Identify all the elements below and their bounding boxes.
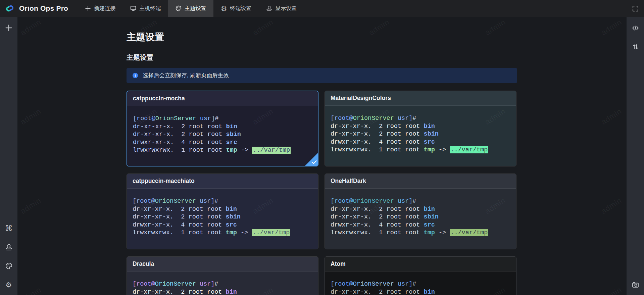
terminal-line: dr-xr-xr-x. 2 root root bin — [133, 205, 312, 213]
tab-host-terminal[interactable]: 主机终端 — [123, 0, 168, 17]
display-settings-button[interactable] — [4, 243, 13, 251]
theme-card-MaterialDesignColors[interactable]: MaterialDesignColors[root@OrionServer us… — [325, 91, 516, 166]
theme-card-Dracula[interactable]: Dracula[root@OrionServer usr]#dr-xr-xr-x… — [127, 256, 318, 295]
terminal-line: drwxr-xr-x. 4 root root src — [133, 221, 312, 229]
watermark-text: admin — [599, 107, 623, 127]
fullscreen-button[interactable] — [631, 4, 640, 13]
theme-card-OneHalfDark[interactable]: OneHalfDark[root@OrionServer usr]#dr-xr-… — [325, 174, 516, 249]
plus-icon — [5, 24, 12, 32]
code-icon — [632, 24, 639, 32]
theme-card-header: Atom — [325, 257, 516, 272]
theme-card-catppuccin-macchiato[interactable]: catppuccin-macchiato[root@OrionServer us… — [127, 174, 318, 249]
file-transfer-button[interactable] — [631, 42, 640, 51]
right-sidebar-bottom — [631, 280, 640, 289]
theme-card-header: catppuccin-macchiato — [127, 174, 318, 189]
watermark-text: admin — [19, 107, 43, 127]
theme-preview-terminal: [root@OrionServer usr]#dr-xr-xr-x. 2 roo… — [325, 272, 516, 295]
theme-card-header: catppuccin-mocha — [127, 91, 318, 106]
app-title: Orion Ops Pro — [19, 4, 68, 12]
theme-name: catppuccin-macchiato — [133, 178, 195, 185]
terminal-prompt-line: [root@OrionServer usr]# — [133, 115, 312, 123]
tab-label: 终端设置 — [230, 5, 251, 12]
terminal-prompt-line: [root@OrionServer usr]# — [331, 280, 510, 288]
palette-icon — [176, 5, 182, 11]
theme-name: catppuccin-mocha — [133, 95, 185, 102]
terminal-line: dr-xr-xr-x. 2 root root bin — [331, 122, 510, 131]
theme-grid: catppuccin-mocha[root@OrionServer usr]#d… — [127, 91, 517, 295]
topbar-actions — [631, 4, 644, 13]
theme-card-header: MaterialDesignColors — [325, 91, 516, 106]
terminal-line: drwxr-xr-x. 4 root root src — [133, 139, 312, 147]
tab-label: 新建连接 — [94, 5, 115, 12]
shortcut-keys-button[interactable]: ⌘ — [4, 224, 13, 233]
theme-settings-button[interactable] — [4, 261, 13, 270]
terminal-line: dr-xr-xr-x. 2 root root bin — [331, 288, 510, 295]
theme-name: Dracula — [133, 260, 154, 267]
terminal-line: lrwxrwxrwx. 1 root root tmp -> ../var/tm… — [331, 146, 510, 154]
theme-preview-terminal: [root@OrionServer usr]#dr-xr-xr-x. 2 roo… — [325, 189, 516, 249]
theme-preview-terminal: [root@OrionServer usr]#dr-xr-xr-x. 2 roo… — [325, 106, 516, 166]
watermark-text: admin — [599, 285, 623, 295]
terminal-line: drwxr-xr-x. 4 root root src — [331, 221, 510, 229]
theme-card-header: OneHalfDark — [325, 174, 516, 189]
screenshot-button[interactable] — [631, 280, 640, 289]
app-brand: Orion Ops Pro — [0, 4, 73, 12]
terminal-line: lrwxrwxrwx. 1 root root tmp -> ../var/tm… — [133, 146, 312, 154]
terminal-settings-button[interactable]: ⚙ — [4, 280, 13, 289]
watermark-text: admin — [19, 17, 43, 37]
theme-preview-terminal: [root@OrionServer usr]#dr-xr-xr-x. 2 roo… — [127, 106, 318, 166]
gear-icon: ⚙ — [5, 281, 12, 288]
content: 主题设置 主题设置 选择后会立刻保存, 刷新页面后生效 catppuccin-m… — [127, 17, 517, 295]
topbar-tabs: 新建连接主机终端主题设置⚙终端设置显示设置 — [78, 0, 304, 17]
terminal-line: dr-xr-xr-x. 2 root root bin — [331, 205, 510, 213]
monitor-icon — [130, 5, 136, 11]
right-sidebar — [627, 17, 644, 295]
info-alert: 选择后会立刻保存, 刷新页面后生效 — [127, 68, 517, 83]
command-icon: ⌘ — [5, 225, 12, 232]
watermark-text: admin — [599, 17, 623, 37]
tab-label: 主机终端 — [139, 5, 161, 12]
check-icon — [312, 160, 317, 164]
theme-card-catppuccin-mocha[interactable]: catppuccin-mocha[root@OrionServer usr]#d… — [127, 91, 318, 166]
terminal-line: dr-xr-xr-x. 2 root root bin — [133, 123, 312, 131]
tab-display-settings[interactable]: 显示设置 — [259, 0, 304, 17]
watermark-text: admin — [599, 196, 623, 216]
theme-name: Atom — [331, 260, 346, 267]
left-sidebar-top — [4, 23, 13, 32]
tab-label: 显示设置 — [275, 5, 297, 12]
command-snippets-button[interactable] — [631, 23, 640, 32]
terminal-prompt-line: [root@OrionServer usr]# — [331, 197, 510, 205]
palette-icon — [5, 262, 12, 269]
tab-theme-settings[interactable]: 主题设置 — [168, 0, 213, 17]
theme-preview-terminal: [root@OrionServer usr]#dr-xr-xr-x. 2 roo… — [127, 189, 318, 249]
info-icon — [132, 72, 138, 79]
new-connection-button[interactable] — [4, 23, 13, 32]
page-title: 主题设置 — [127, 32, 517, 43]
theme-name: MaterialDesignColors — [331, 95, 391, 102]
left-sidebar-bottom: ⌘⚙ — [4, 224, 13, 289]
terminal-prompt-line: [root@OrionServer usr]# — [331, 114, 510, 122]
tab-label: 主题设置 — [185, 5, 206, 12]
theme-card-Atom[interactable]: Atom[root@OrionServer usr]#dr-xr-xr-x. 2… — [325, 256, 516, 295]
fullscreen-icon — [632, 5, 639, 12]
terminal-line: lrwxrwxrwx. 1 root root tmp -> ../var/tm… — [133, 229, 312, 237]
theme-preview-terminal: [root@OrionServer usr]#dr-xr-xr-x. 2 roo… — [127, 272, 318, 295]
watermark-text: admin — [19, 196, 43, 216]
alert-text: 选择后会立刻保存, 刷新页面后生效 — [143, 72, 229, 79]
plus-icon — [85, 5, 91, 11]
gear-icon: ⚙ — [221, 5, 227, 11]
terminal-line: dr-xr-xr-x. 2 root root sbin — [133, 213, 312, 221]
left-sidebar: ⌘⚙ — [0, 17, 17, 295]
stamp-icon — [5, 244, 12, 251]
section-title: 主题设置 — [127, 53, 517, 62]
tab-terminal-settings[interactable]: ⚙终端设置 — [213, 0, 259, 17]
terminal-prompt-line: [root@OrionServer usr]# — [133, 280, 312, 288]
terminal-line: lrwxrwxrwx. 1 root root tmp -> ../var/tm… — [331, 229, 510, 237]
tab-new-connection[interactable]: 新建连接 — [78, 0, 123, 17]
watermark-text: admin — [19, 285, 43, 295]
terminal-line: drwxr-xr-x. 4 root root src — [331, 138, 510, 146]
camera-icon — [632, 281, 639, 288]
terminal-prompt-line: [root@OrionServer usr]# — [133, 197, 312, 205]
right-sidebar-top — [631, 23, 640, 51]
terminal-line: dr-xr-xr-x. 2 root root sbin — [133, 131, 312, 139]
